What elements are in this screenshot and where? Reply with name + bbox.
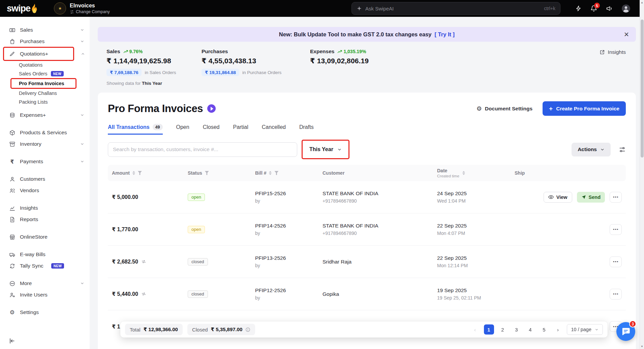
table-row[interactable]: ₹ 5,000.00 open PFIP15-2526 by STATE BAN… <box>108 181 626 213</box>
sidebar-item-packing-lists[interactable]: Packing Lists <box>0 98 90 106</box>
sidebar-item-customers[interactable]: Customers <box>0 173 90 185</box>
sidebar-item-settings[interactable]: ⚙ Settings <box>0 307 90 318</box>
ask-swipeai-search[interactable]: ctrl+k <box>351 2 560 15</box>
tab-cancelled[interactable]: Cancelled <box>262 124 286 135</box>
sidebar-item-pro-forma-invoices[interactable]: Pro Forma Invoices <box>0 78 90 89</box>
stat-sales: Sales 9.76% ₹ 1,14,49,19,625.98 ₹ 7,69,1… <box>106 48 202 76</box>
banner-try-it-link[interactable]: [ Try It ] <box>435 31 455 38</box>
column-customer: Customer <box>323 170 437 176</box>
transaction-search-box[interactable] <box>108 142 297 157</box>
chevron-up-icon <box>81 52 85 56</box>
close-icon[interactable]: ✕ <box>624 31 629 38</box>
notifications-bell-icon[interactable]: 5 <box>590 5 597 12</box>
quick-actions-icon[interactable] <box>575 5 582 12</box>
coins-icon <box>9 112 16 118</box>
sidebar-item-invite-users[interactable]: Invite Users <box>0 289 90 301</box>
sidebar-item-expenses[interactable]: Expenses+ <box>0 109 90 121</box>
document-settings-button[interactable]: ⚙ Document Settings <box>477 106 532 112</box>
chevron-down-icon <box>80 39 84 43</box>
page-button[interactable]: 1 <box>484 324 494 335</box>
tab-drafts[interactable]: Drafts <box>299 124 314 135</box>
paper-plane-icon <box>581 195 586 200</box>
more-actions-button[interactable]: ⋯ <box>610 256 622 267</box>
sort-icon[interactable] <box>269 171 272 175</box>
actions-dropdown[interactable]: Actions <box>572 143 611 156</box>
period-dropdown[interactable]: This Year <box>304 142 347 156</box>
prev-page-icon[interactable]: ‹ <box>470 324 480 335</box>
table-row[interactable]: ₹ 1,770.00 open PFIP14-2526 by STATE BAN… <box>108 213 626 246</box>
more-actions-button[interactable]: ⋯ <box>610 192 622 203</box>
more-actions-button[interactable]: ⋯ <box>610 224 622 235</box>
gear-icon: ⚙ <box>9 309 16 316</box>
tab-closed[interactable]: Closed <box>203 124 220 135</box>
trend-up-icon <box>337 49 342 54</box>
page-scrollbar[interactable]: ▲ ▼ <box>640 0 644 349</box>
sidebar-item-insights[interactable]: Insights <box>0 202 90 214</box>
page-size-select[interactable]: 10 / page <box>567 324 603 335</box>
swipe-logo[interactable]: swipe <box>7 3 39 14</box>
filter-funnel-icon[interactable] <box>274 171 278 175</box>
purchase-orders-chip[interactable]: ₹ 19,31,864.88 <box>202 69 239 76</box>
scrollbar-thumb[interactable] <box>641 20 644 158</box>
insights-link[interactable]: Insights <box>600 49 626 55</box>
sidebar-item-quotations-group[interactable]: Quotations+ <box>0 47 90 61</box>
sidebar-item-onlinestore[interactable]: OnlineStore <box>0 231 90 243</box>
scroll-down-icon[interactable]: ▼ <box>640 345 644 348</box>
sync-icon <box>9 263 16 269</box>
sidebar-item-purchases[interactable]: Purchases <box>0 36 90 47</box>
table-row[interactable]: ₹ 2,682.50 closed PFIP13-2526 by Sridhar… <box>108 246 626 278</box>
scroll-up-icon[interactable]: ▲ <box>640 1 644 4</box>
stats-row: Sales 9.76% ₹ 1,14,49,19,625.98 ₹ 7,69,1… <box>90 42 644 76</box>
sort-icon[interactable] <box>132 171 135 175</box>
sidebar-item-eway-bills[interactable]: E-way Bills <box>0 249 90 260</box>
send-button[interactable]: Send <box>577 192 605 203</box>
create-pro-forma-invoice-button[interactable]: + Create Pro Forma Invoice <box>543 101 626 116</box>
chat-widget-button[interactable]: 3 <box>616 322 635 341</box>
page-button[interactable]: 3 <box>512 324 522 335</box>
tab-open[interactable]: Open <box>176 124 189 135</box>
row-date: 22 Sep 2025 <box>437 223 467 229</box>
announcements-icon[interactable] <box>606 5 613 12</box>
page-button[interactable]: 5 <box>539 324 549 335</box>
sales-orders-chip[interactable]: ₹ 7,69,188.76 <box>106 69 142 76</box>
view-button[interactable]: View <box>544 192 572 203</box>
page-button[interactable]: 4 <box>525 324 535 335</box>
more-actions-button[interactable]: ⋯ <box>610 289 622 300</box>
sidebar-item-products-services[interactable]: Products & Services <box>0 127 90 138</box>
tab-all-transactions[interactable]: All Transactions 49 <box>108 124 163 135</box>
next-page-icon[interactable]: › <box>553 324 563 335</box>
sidebar-item-more[interactable]: More <box>0 278 90 289</box>
sort-icon[interactable] <box>462 171 465 175</box>
tab-count-badge: 49 <box>153 124 163 130</box>
tab-partial[interactable]: Partial <box>233 124 248 135</box>
company-switcher[interactable]: ★ EInvoices Change Company <box>54 2 110 14</box>
sidebar-item-inventory[interactable]: Inventory <box>0 138 90 150</box>
sidebar-item-sales-orders[interactable]: Sales Orders NEW <box>0 69 90 78</box>
company-avatar: ★ <box>54 2 66 14</box>
topbar: swipe ★ EInvoices Change Company ctrl+k … <box>0 0 644 17</box>
page-button[interactable]: 2 <box>498 324 508 335</box>
column-settings-icon[interactable] <box>619 146 626 153</box>
company-name: EInvoices <box>70 3 110 9</box>
play-video-icon[interactable] <box>207 104 216 113</box>
row-amount: ₹ 5,440.00 <box>112 291 146 297</box>
transaction-search-input[interactable] <box>113 146 292 152</box>
user-avatar-icon[interactable] <box>621 4 631 13</box>
info-icon[interactable] <box>245 327 250 332</box>
sidebar-item-delivery-challans[interactable]: Delivery Challans <box>0 89 90 98</box>
sidebar-item-payments[interactable]: ₹ Payments <box>0 156 90 167</box>
sidebar-item-vendors[interactable]: Vendors <box>0 185 90 196</box>
filter-funnel-icon[interactable] <box>205 171 209 175</box>
change-company-link[interactable]: Change Company <box>70 9 110 14</box>
filter-funnel-icon[interactable] <box>138 171 142 175</box>
ask-swipeai-input[interactable] <box>365 6 541 11</box>
sidebar-collapse-icon[interactable] <box>9 338 16 344</box>
sidebar: Sales Purchases Quotations+ Quotations S… <box>0 17 90 349</box>
sidebar-item-sales[interactable]: Sales <box>0 24 90 36</box>
sidebar-item-quotations[interactable]: Quotations <box>0 61 90 69</box>
more-icon: ⋯ <box>613 194 619 200</box>
sidebar-item-reports[interactable]: Reports <box>0 214 90 225</box>
table-row[interactable]: ₹ 5,440.00 closed PFIP12-2526 by Gopika … <box>108 278 626 310</box>
box-icon <box>9 129 16 136</box>
sidebar-item-tally-sync[interactable]: Tally Sync NEW <box>0 260 90 272</box>
